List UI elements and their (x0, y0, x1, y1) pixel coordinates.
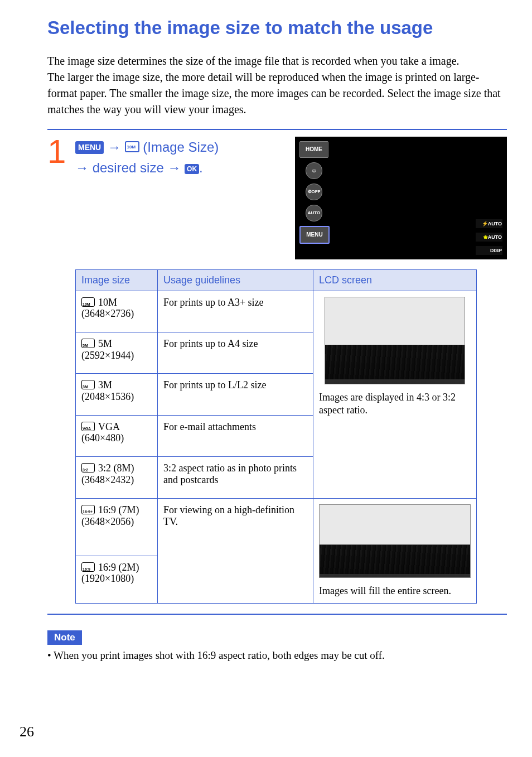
lcd-sample-43 (325, 297, 465, 384)
size-icon-5m (81, 339, 95, 348)
image-size-icon (125, 141, 139, 152)
camera-disp-button: DISP (476, 246, 502, 255)
camera-timer-off-icon: ⚙OFF (306, 184, 322, 200)
camera-home-button: HOME (299, 141, 328, 158)
table-row: 10M(3648×2736) For prints up to A3+ size… (76, 291, 477, 332)
size-icon-16-9-2m (81, 562, 95, 572)
image-size-label: (Image Size) (143, 139, 219, 155)
divider (47, 614, 507, 615)
camera-auto-icon: AUTO (306, 205, 322, 221)
desired-size-label: desired size (93, 160, 164, 175)
size-icon-16-9-7m (81, 505, 95, 514)
divider (47, 129, 507, 130)
lcd-sample-169 (319, 504, 471, 578)
step-1: 1 MENU → (Image Size) → desired size → O… (47, 137, 507, 259)
camera-macro-auto-icon: ❀AUTO (476, 233, 502, 242)
step-instruction: MENU → (Image Size) → desired size → OK. (75, 137, 243, 178)
note-text: • When you print images shot with 16:9 a… (47, 649, 507, 662)
image-size-table: Image size Usage guidelines LCD screen 1… (75, 269, 477, 604)
step-number: 1 (47, 137, 70, 167)
col-header-usage: Usage guidelines (157, 269, 313, 291)
size-icon-3-2 (81, 463, 95, 472)
intro-text: The image size determines the size of th… (47, 53, 507, 118)
page-title: Selecting the image size to match the us… (47, 17, 507, 39)
arrow-icon: → (75, 160, 93, 175)
arrow-icon: → (167, 160, 185, 175)
camera-flash-auto-icon: ⚡AUTO (476, 219, 502, 228)
size-icon-3m (81, 380, 95, 389)
arrow-icon: → (108, 139, 125, 155)
note-heading: Note (47, 630, 82, 645)
size-icon-10m (81, 297, 95, 307)
page-number: 26 (20, 724, 34, 740)
camera-menu-button: MENU (299, 226, 330, 244)
menu-chip: MENU (75, 141, 104, 155)
camera-smile-icon: ☺ (306, 162, 322, 179)
col-header-lcd: LCD screen (313, 269, 477, 291)
camera-screen-mock: HOME ☺ ⚙OFF AUTO MENU ⚡AUTO ❀AUTO DISP (295, 137, 507, 259)
col-header-image-size: Image size (76, 269, 158, 291)
lcd-caption-43: Images are displayed in 4:3 or 3:2 aspec… (319, 391, 471, 417)
lcd-caption-169: Images will fill the entire screen. (319, 585, 471, 597)
ok-chip: OK (185, 164, 199, 175)
size-icon-vga (81, 422, 95, 431)
table-row: 16:9 (7M)(3648×2056) For viewing on a hi… (76, 499, 477, 556)
